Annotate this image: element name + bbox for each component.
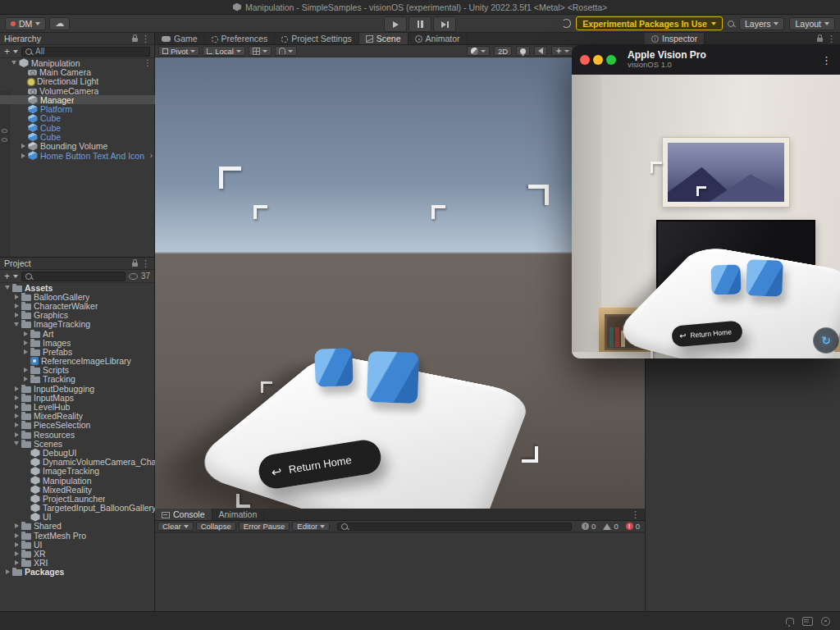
experimental-packages-dropdown[interactable]: Experimental Packages In Use bbox=[576, 16, 723, 30]
undo-history-icon[interactable] bbox=[562, 19, 571, 28]
project-item-packages[interactable]: Packages bbox=[0, 568, 155, 577]
expander-closed-icon[interactable] bbox=[12, 413, 21, 418]
project-item-scripts[interactable]: Scripts bbox=[0, 366, 155, 375]
expander-closed-icon[interactable] bbox=[12, 313, 21, 317]
expander-closed-icon[interactable] bbox=[12, 422, 21, 427]
project-item-scenes[interactable]: Scenes bbox=[0, 439, 155, 448]
create-asset-button[interactable]: + bbox=[4, 272, 10, 281]
hierarchy-item-cube[interactable]: Cube bbox=[0, 132, 155, 141]
chevron-down-icon[interactable] bbox=[13, 275, 18, 278]
project-item-prefabs[interactable]: Prefabs bbox=[0, 347, 155, 356]
project-item-imagetracking[interactable]: ImageTracking bbox=[0, 320, 155, 329]
handle-orientation-dropdown[interactable]: Local bbox=[203, 46, 245, 56]
tab-inspector[interactable]: Inspector bbox=[645, 33, 705, 44]
project-item-xr[interactable]: XR bbox=[0, 549, 155, 558]
clear-button[interactable]: Clear bbox=[158, 522, 194, 531]
simulator-kebab-menu[interactable]: ⋮ bbox=[821, 54, 832, 66]
cloud-services-button[interactable]: ☁ bbox=[49, 17, 70, 30]
account-dropdown[interactable]: DM bbox=[5, 17, 46, 30]
project-item-inputmaps[interactable]: InputMaps bbox=[0, 393, 155, 402]
project-item-manipulation[interactable]: Manipulation bbox=[0, 476, 155, 485]
project-item-shared[interactable]: Shared bbox=[0, 522, 155, 531]
close-button[interactable] bbox=[580, 55, 590, 65]
info-messages-badge[interactable]: ! 0 bbox=[579, 522, 598, 531]
tab-animation[interactable]: Animation bbox=[212, 509, 265, 520]
lock-icon[interactable] bbox=[132, 262, 138, 267]
simulator-titlebar[interactable]: Apple Vision Pro visionOS 1.0 ⋮ bbox=[572, 45, 840, 75]
project-item-levelhub[interactable]: LevelHub bbox=[0, 402, 155, 411]
project-kebab-menu[interactable]: ⋮ bbox=[141, 259, 150, 268]
grid-snap-dropdown[interactable] bbox=[249, 46, 272, 56]
project-item-targetedinput-balloongallery[interactable]: TargetedInput_BalloonGallery bbox=[0, 504, 155, 513]
expander-closed-icon[interactable] bbox=[12, 386, 21, 391]
project-item-inputdebugging[interactable]: InputDebugging bbox=[0, 384, 155, 393]
project-item-imagetracking[interactable]: ImageTracking bbox=[0, 467, 155, 476]
hierarchy-item-platform[interactable]: Platform bbox=[0, 104, 155, 113]
expander-closed-icon[interactable] bbox=[12, 304, 21, 308]
hierarchy-item-main-camera[interactable]: Main Camera bbox=[0, 67, 155, 76]
project-item-projectlauncher[interactable]: ProjectLauncher bbox=[0, 494, 155, 503]
expander-closed-icon[interactable] bbox=[3, 569, 11, 574]
notifications-bell-icon[interactable] bbox=[786, 618, 794, 624]
search-icon[interactable] bbox=[728, 21, 734, 27]
tab-game[interactable]: Game bbox=[155, 33, 205, 44]
tab-animator[interactable]: Animator bbox=[409, 33, 468, 44]
snap-settings-dropdown[interactable] bbox=[275, 46, 297, 56]
tab-project-settings[interactable]: Project Settings bbox=[275, 33, 359, 44]
play-button[interactable] bbox=[384, 16, 407, 32]
project-item-ui[interactable]: UI bbox=[0, 540, 155, 549]
scene-effects-dropdown[interactable] bbox=[551, 46, 573, 56]
minimize-button[interactable] bbox=[593, 55, 603, 65]
expander-closed-icon[interactable] bbox=[21, 331, 30, 336]
expander-closed-icon[interactable] bbox=[12, 432, 21, 437]
project-item-balloongallery[interactable]: BalloonGallery bbox=[0, 292, 155, 301]
pivot-dropdown[interactable]: Pivot bbox=[158, 46, 199, 56]
pause-button[interactable] bbox=[409, 16, 431, 32]
error-messages-badge[interactable]: ! 0 bbox=[623, 522, 642, 531]
tab-preferences[interactable]: Preferences bbox=[205, 33, 276, 44]
hierarchy-item-cube[interactable]: Cube bbox=[0, 114, 155, 123]
expander-closed-icon[interactable] bbox=[12, 542, 21, 547]
console-log-area[interactable] bbox=[155, 532, 645, 612]
expander-open-icon[interactable] bbox=[10, 61, 18, 65]
lock-icon[interactable] bbox=[132, 38, 138, 42]
item-options-kebab[interactable]: ⋮ bbox=[144, 58, 155, 67]
expander-open-icon[interactable] bbox=[12, 441, 21, 445]
project-item-mixedreality[interactable]: MixedReality bbox=[0, 485, 155, 494]
tab-scene[interactable]: Scene bbox=[359, 33, 409, 44]
project-item-ui[interactable]: UI bbox=[0, 513, 155, 522]
inspector-kebab-menu[interactable]: ⋮ bbox=[823, 34, 840, 43]
scene-audio-toggle[interactable] bbox=[534, 46, 547, 56]
expander-closed-icon[interactable] bbox=[21, 368, 30, 372]
hierarchy-item-manager[interactable]: Manager bbox=[0, 95, 155, 104]
tab-console[interactable]: Console bbox=[155, 509, 212, 520]
scene-lighting-toggle[interactable] bbox=[516, 46, 530, 56]
hierarchy-item-manipulation[interactable]: Manipulation⋮ bbox=[0, 58, 155, 67]
console-search-input[interactable] bbox=[337, 523, 572, 531]
layers-dropdown[interactable]: Layers bbox=[739, 17, 785, 30]
expander-closed-icon[interactable] bbox=[21, 349, 30, 354]
project-item-mixedreality[interactable]: MixedReality bbox=[0, 412, 155, 421]
project-item-assets[interactable]: Assets bbox=[0, 283, 155, 292]
expander-closed-icon[interactable] bbox=[21, 340, 30, 345]
hierarchy-item-directional-light[interactable]: Directional Light bbox=[0, 77, 155, 86]
error-pause-button[interactable]: Error Pause bbox=[239, 522, 290, 531]
project-item-images[interactable]: Images bbox=[0, 338, 155, 347]
layout-dropdown[interactable]: Layout bbox=[789, 17, 835, 30]
expander-closed-icon[interactable] bbox=[12, 404, 21, 409]
create-object-button[interactable]: + bbox=[4, 47, 10, 57]
lock-icon[interactable] bbox=[817, 38, 823, 42]
project-item-dynamicvolumecamera-characterr[interactable]: DynamicVolumeCamera_CharacterR bbox=[0, 458, 155, 467]
project-item-xri[interactable]: XRI bbox=[0, 559, 155, 568]
expander-closed-icon[interactable] bbox=[12, 533, 21, 538]
hidden-packages-eye-icon[interactable] bbox=[129, 273, 138, 280]
zoom-button[interactable] bbox=[606, 55, 616, 65]
chevron-down-icon[interactable] bbox=[13, 50, 18, 53]
hierarchy-item-home-button-text-and-icon[interactable]: Home Button Text And Icon› bbox=[0, 151, 155, 160]
expander-closed-icon[interactable] bbox=[19, 153, 27, 158]
project-item-textmesh-pro[interactable]: TextMesh Pro bbox=[0, 531, 155, 540]
project-item-referenceimagelibrary[interactable]: ReferenceImageLibrary bbox=[0, 357, 155, 366]
project-item-art[interactable]: Art bbox=[0, 329, 155, 338]
expander-closed-icon[interactable] bbox=[21, 377, 30, 381]
warning-messages-badge[interactable]: 0 bbox=[600, 522, 620, 531]
